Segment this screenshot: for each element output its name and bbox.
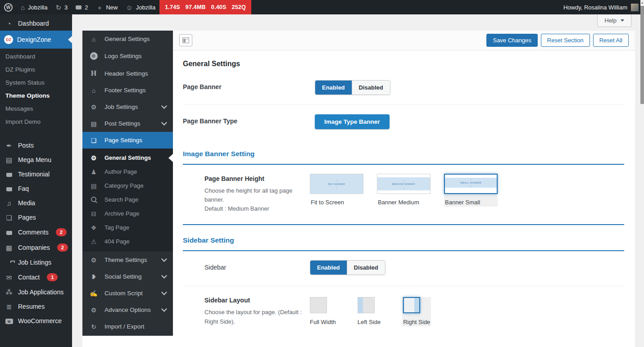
scroll-up-arrow-icon[interactable] [641,1,643,4]
updates-icon: ↻ [55,4,61,11]
panel-item-label: Import / Export [104,323,145,330]
sidebar-item-faq[interactable]: Faq [0,181,72,196]
contact-count-badge: 1 [47,273,58,281]
site-name-menu[interactable]: ⌂ Jobzilla [17,0,51,14]
sidebar-layout-option-right-side[interactable]: Right Side [402,297,431,326]
new-content-menu[interactable]: ＋ New [92,0,122,14]
sidebar-item-media[interactable]: ♫ Media [0,196,72,210]
sidebar-item-posts[interactable]: ✒ Posts [0,138,72,153]
sidebar-item-companies[interactable]: ▦ Companies 2 [0,240,72,255]
sidebar-item-pages[interactable]: ❏ Pages [0,210,72,225]
sidebar-item-woocommerce[interactable]: W WooCommerce [0,314,72,328]
panel-subitem-author-page[interactable]: ♟ Author Page [82,165,173,179]
panel-subitem-search-page[interactable]: Search Page [82,193,173,207]
page-title: General Settings [183,60,624,68]
vertical-scrollbar[interactable] [640,0,644,347]
sidebar-layout-option-full-width[interactable]: Full Width [310,297,336,325]
panel-subitem-general-settings[interactable]: ⚙ General Settings [82,151,173,165]
sidebar-item-testimonial[interactable]: Testimonial [0,167,72,181]
envelope-icon: ✉ [4,274,14,281]
banner-height-option-fit-to-screen[interactable]: ↑ BIG BANNER ↓ Fit to Screen [310,174,363,206]
panel-item-custom-script[interactable]: ✍ Custom Script [82,285,173,302]
sidebar-item-label: Faq [18,185,29,192]
comment-bubble-icon [76,5,82,9]
sidebar-item-mega-menu[interactable]: ▤ Mega Menu [0,153,72,167]
sidebar-item-resumes[interactable]: ≣ Resumes [0,299,72,314]
submenu-item-dz-plugins[interactable]: DZ Plugins [0,63,72,76]
howdy-account-menu[interactable]: Howdy, Rosalina William [563,4,627,11]
reset-all-button[interactable]: Reset All [593,34,629,47]
wordpress-logo-icon: W [4,3,13,12]
submenu-item-messages[interactable]: Messages [0,102,72,115]
banner-height-option-small[interactable]: ↑ SMALL BANNER ↓ Banner Small [444,174,498,207]
option-label: Left Side [358,319,381,325]
panel-item-label: Header Settings [104,70,148,77]
query-monitor-badge[interactable]: 1.74S 97.4MB 0.40S 252Q [159,0,251,14]
sidebar-item-dashboard[interactable]: ◔ Dashboard [0,14,72,31]
panel-subitem-label: Category Page [104,182,144,189]
sidebar-layout-row: Sidebar Layout Choose the layout for pag… [183,286,624,337]
panel-item-page-settings[interactable]: ❏ Page Settings [82,132,173,149]
sidebar-item-label: Testimonial [18,171,50,178]
help-label: Help [604,17,617,24]
people-icon: ⁂ [4,289,14,296]
panel-item-header-settings[interactable]: H Header Settings [82,65,173,82]
sidebar-item-contact[interactable]: ✉ Contact 1 [0,270,72,285]
comments-menu[interactable]: 2 [72,0,92,14]
panel-subitem-archive-page[interactable]: ⊟ Archive Page [82,207,173,221]
panel-item-post-settings[interactable]: ▤ Post Settings [82,115,173,132]
chevron-down-icon [161,103,167,109]
panel-item-import-export[interactable]: ↻ Import / Export [82,318,173,335]
banner-height-option-medium[interactable]: ↑ MEDIUM BANNER ↓ Banner Medium [377,174,431,206]
reset-section-button[interactable]: Reset Section [541,34,590,47]
sidebar-item-label: Mega Menu [18,156,51,163]
chevron-down-icon [161,256,167,262]
submenu-item-system-status[interactable]: System Status [0,76,72,89]
panel-item-social-setting[interactable]: ❥ Social Setting [82,268,173,285]
submenu-item-dashboard[interactable]: Dashboard [0,50,72,63]
theme-menu[interactable]: ☺ Jobzilla [122,0,159,14]
panel-item-label: Page Settings [104,137,142,144]
toggle-panel-button[interactable] [179,34,192,46]
save-changes-button[interactable]: Save Changes [486,34,537,47]
panel-subitem-404-page[interactable]: ⚠ 404 Page [82,234,173,248]
sidebar-item-dexignzone[interactable]: DZ DexignZone [0,31,72,49]
panel-item-label: Footer Settings [104,87,146,94]
theme-name: Jobzilla [136,4,155,11]
panel-item-advance-options[interactable]: ⚙ Advance Options [82,302,173,318]
panel-item-job-settings[interactable]: ⚙ Job Settings [82,99,173,115]
perf-queries: 252Q [231,4,245,10]
sidebar-layout-option-left-side[interactable]: Left Side [358,297,381,325]
arrow-down-icon: ↓ [470,185,472,188]
sidebar-item-comments[interactable]: Comments 2 [0,225,72,240]
panel-item-footer-settings[interactable]: ⌂ Footer Settings [82,82,173,99]
panel-subitem-tag-page[interactable]: ❖ Tag Page [82,221,173,234]
page-banner-enabled-button[interactable]: Enabled [315,81,352,95]
avatar[interactable] [631,4,639,11]
panel-subitem-category-page[interactable]: ▤ Category Page [82,179,173,193]
pushpin-icon: ✒ [4,142,14,149]
wordpress-menu[interactable]: W [0,0,17,14]
submenu-item-theme-options[interactable]: Theme Options [0,89,72,102]
sidebar-disabled-button[interactable]: Disabled [347,261,385,275]
arrow-up-icon: ↑ [336,179,338,182]
page-banner-disabled-button[interactable]: Disabled [352,81,390,95]
sidebar-item-label: Pages [18,214,36,221]
dexignzone-submenu: Dashboard DZ Plugins System Status Theme… [0,49,72,133]
panel-item-theme-settings[interactable]: ⚙ Theme Settings [82,252,173,268]
sidebar-item-job-applications[interactable]: ⁂ Job Applications [0,285,72,299]
panel-item-label: Logo Settings [104,53,142,59]
updates-menu[interactable]: ↻ 3 [51,0,72,14]
person-icon: ♟ [89,169,98,175]
sidebar-enabled-button[interactable]: Enabled [310,261,347,275]
panel-item-logo-settings[interactable]: ⚙ Logo Settings [82,47,173,65]
panel-item-general-settings[interactable]: ⌂ General Settings [82,31,173,47]
help-dropdown[interactable]: Help [597,14,631,27]
testimonial-bubble-icon [4,171,14,178]
image-type-banner-button[interactable]: Image Type Banner [315,114,390,129]
scrollbar-thumb[interactable] [640,6,644,104]
sidebar-layout-label: Sidebar Layout [204,297,310,304]
admin-sidebar: ◔ Dashboard DZ DexignZone Dashboard DZ P… [0,14,72,347]
submenu-item-import-demo[interactable]: Import Demo [0,115,72,128]
sidebar-item-job-listings[interactable]: Job Listings [0,255,72,270]
